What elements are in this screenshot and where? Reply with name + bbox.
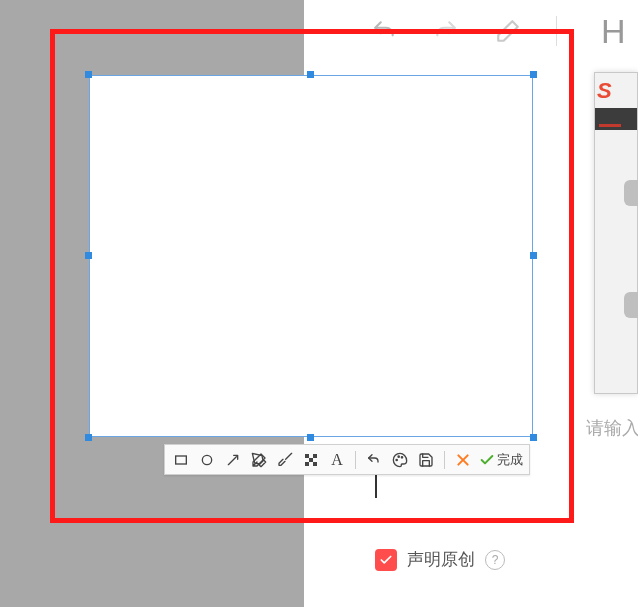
right-stub-1	[624, 180, 638, 206]
heading-button[interactable]: H	[601, 12, 626, 51]
undo-icon[interactable]	[370, 17, 398, 45]
svg-point-8	[398, 456, 399, 457]
svg-point-1	[202, 455, 211, 464]
done-label: 完成	[497, 451, 523, 469]
pen-tool-icon[interactable]	[249, 450, 269, 470]
circle-tool-icon[interactable]	[197, 450, 217, 470]
screenshot-toolbar: A 完成	[164, 444, 530, 475]
preview-thumbnail: S	[594, 72, 638, 394]
redo-icon[interactable]	[432, 17, 460, 45]
toolbar-separator-2	[444, 451, 445, 469]
svg-rect-5	[305, 462, 309, 466]
svg-rect-3	[313, 454, 317, 458]
save-icon[interactable]	[416, 450, 436, 470]
text-caret	[375, 474, 377, 498]
rect-tool-icon[interactable]	[171, 450, 191, 470]
resize-handle-ml[interactable]	[85, 252, 92, 259]
declare-original-label: 声明原创	[407, 548, 475, 571]
text-tool-icon[interactable]: A	[327, 450, 347, 470]
help-icon[interactable]: ?	[485, 550, 505, 570]
resize-handle-bl[interactable]	[85, 434, 92, 441]
resize-handle-tm[interactable]	[307, 71, 314, 78]
svg-point-9	[401, 456, 402, 457]
resize-handle-bm[interactable]	[307, 434, 314, 441]
palette-icon[interactable]	[390, 450, 410, 470]
highlighter-tool-icon[interactable]	[275, 450, 295, 470]
declare-original-row: 声明原创 ?	[375, 548, 505, 571]
svg-point-7	[396, 459, 397, 460]
thumbnail-bar	[595, 108, 637, 130]
resize-handle-br[interactable]	[530, 434, 537, 441]
cancel-icon[interactable]	[453, 450, 473, 470]
resize-handle-mr[interactable]	[530, 252, 537, 259]
declare-original-checkbox[interactable]	[375, 549, 397, 571]
editor-toolbar: H	[370, 6, 638, 56]
svg-rect-6	[313, 462, 317, 466]
done-button[interactable]: 完成	[479, 451, 523, 469]
svg-rect-4	[309, 458, 313, 462]
resize-handle-tr[interactable]	[530, 71, 537, 78]
logo-letter: S	[597, 78, 612, 104]
resize-handle-tl[interactable]	[85, 71, 92, 78]
svg-rect-2	[305, 454, 309, 458]
toolbar-separator	[556, 16, 557, 46]
screenshot-selection[interactable]	[89, 75, 533, 437]
toolbar-separator-1	[355, 451, 356, 469]
mosaic-tool-icon[interactable]	[301, 450, 321, 470]
eraser-icon[interactable]	[494, 17, 522, 45]
arrow-tool-icon[interactable]	[223, 450, 243, 470]
right-stub-2	[624, 292, 638, 318]
placeholder-text: 请输入	[586, 416, 638, 440]
svg-rect-0	[176, 456, 187, 464]
screenshot-canvas	[89, 75, 533, 437]
undo-snip-icon[interactable]	[364, 450, 384, 470]
